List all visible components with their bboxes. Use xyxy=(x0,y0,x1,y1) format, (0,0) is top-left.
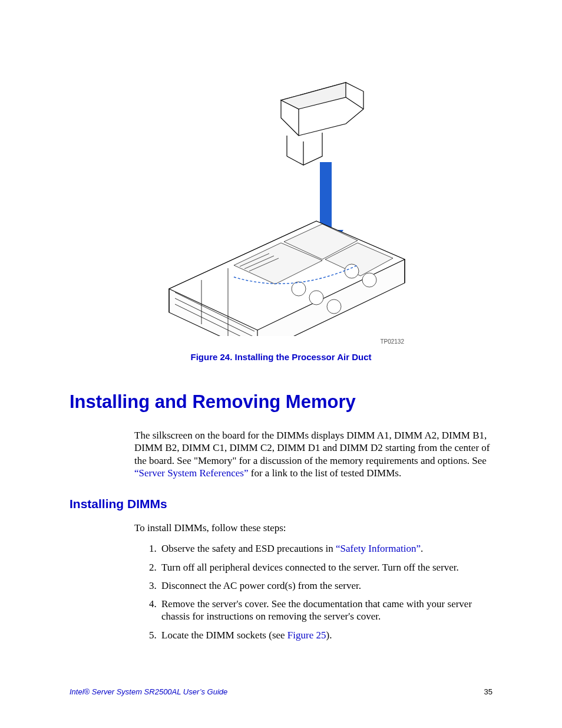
steps-lead: To install DIMMs, follow these steps: xyxy=(134,522,492,534)
svg-point-28 xyxy=(362,273,376,287)
link-server-system-references[interactable]: “Server System References” xyxy=(134,467,249,479)
link-safety-information[interactable]: “Safety Information” xyxy=(336,543,421,554)
figure-block: TP02132 Figure 24. Installing the Proces… xyxy=(70,77,492,362)
step-4: Remove the server's cover. See the docum… xyxy=(159,598,492,623)
step-5: Locate the DIMM sockets (see Figure 25). xyxy=(159,629,492,641)
svg-point-24 xyxy=(292,282,306,296)
subsection-body: To install DIMMs, follow these steps: Ob… xyxy=(134,522,492,641)
step-1-pre: Observe the safety and ESD precautions i… xyxy=(161,543,336,554)
svg-rect-6 xyxy=(320,162,332,233)
footer-doc-title: Intel® Server System SR2500AL User’s Gui… xyxy=(70,687,227,696)
link-figure-25[interactable]: Figure 25 xyxy=(287,630,326,641)
step-5-post: ). xyxy=(326,630,332,641)
page: TP02132 Figure 24. Installing the Proces… xyxy=(0,0,562,728)
step-1-post: . xyxy=(421,543,423,554)
steps-list: Observe the safety and ESD precautions i… xyxy=(134,542,492,641)
svg-point-26 xyxy=(327,299,341,314)
figure-illustration xyxy=(146,77,416,336)
section-heading: Installing and Removing Memory xyxy=(70,391,492,413)
svg-point-27 xyxy=(345,264,359,278)
step-1: Observe the safety and ESD precautions i… xyxy=(159,542,492,555)
svg-point-25 xyxy=(309,291,323,305)
step-3: Disconnect the AC power cord(s) from the… xyxy=(159,579,492,592)
intro-text-pre: The silkscreen on the board for the DIMM… xyxy=(134,430,490,466)
figure-image-code: TP02132 xyxy=(70,338,404,345)
figure-caption: Figure 24. Installing the Processor Air … xyxy=(70,352,492,362)
footer-page-number: 35 xyxy=(484,687,492,696)
step-2: Turn off all peripheral devices connecte… xyxy=(159,561,492,574)
step-5-pre: Locate the DIMM sockets (see xyxy=(161,630,287,641)
intro-text-post: for a link to the list of tested DIMMs. xyxy=(249,467,402,479)
section-intro: The silkscreen on the board for the DIMM… xyxy=(134,429,492,479)
page-footer: Intel® Server System SR2500AL User’s Gui… xyxy=(70,687,492,696)
subsection-heading: Installing DIMMs xyxy=(70,497,492,511)
svg-line-4 xyxy=(287,156,303,165)
